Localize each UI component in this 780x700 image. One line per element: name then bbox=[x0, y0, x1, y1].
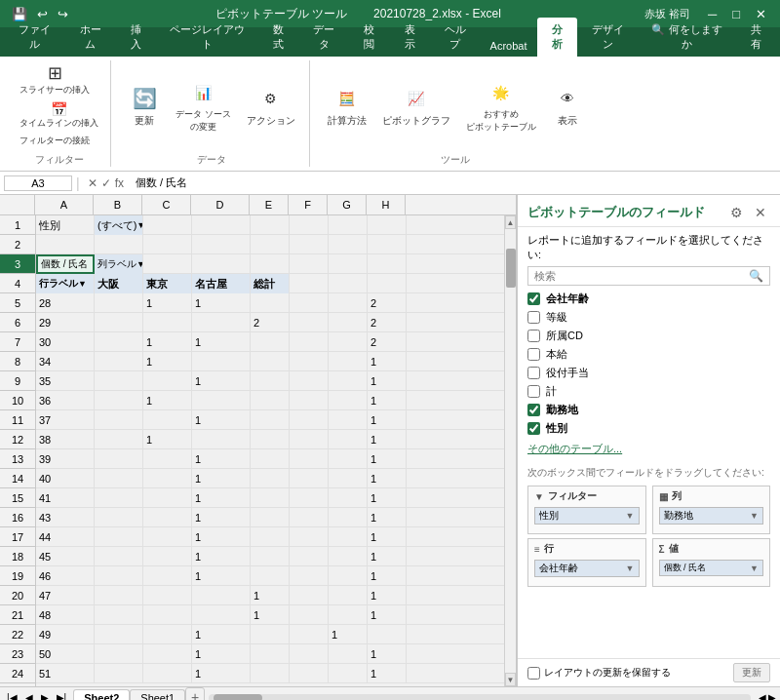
cell-g1[interactable] bbox=[329, 215, 368, 235]
defer-layout-label[interactable]: レイアウトの更新を保留する bbox=[527, 666, 671, 680]
cell-b18[interactable] bbox=[95, 547, 143, 566]
cell-h5[interactable]: 2 bbox=[368, 293, 407, 313]
cell-a7[interactable]: 30 bbox=[36, 332, 95, 352]
cell-c18[interactable] bbox=[143, 547, 192, 566]
cell-a11[interactable]: 37 bbox=[36, 410, 95, 430]
cell-e7[interactable] bbox=[251, 332, 290, 352]
pivot-field-total-checkbox[interactable] bbox=[527, 385, 540, 398]
cell-h13[interactable]: 1 bbox=[368, 449, 407, 469]
cell-g13[interactable] bbox=[329, 449, 368, 469]
cell-a16[interactable]: 43 bbox=[36, 508, 95, 527]
row-header-9[interactable]: 9 bbox=[0, 371, 35, 391]
cell-b8[interactable] bbox=[95, 352, 143, 371]
cell-h2[interactable] bbox=[368, 235, 407, 254]
filter-item-dropdown-icon[interactable]: ▼ bbox=[626, 511, 635, 521]
cell-c8[interactable]: 1 bbox=[143, 352, 192, 371]
cell-d3[interactable] bbox=[192, 254, 251, 274]
defer-layout-checkbox[interactable] bbox=[527, 667, 540, 680]
cell-d19[interactable]: 1 bbox=[192, 566, 251, 586]
col-header-d[interactable]: D bbox=[191, 195, 250, 214]
cell-b22[interactable] bbox=[95, 625, 143, 644]
cell-g6[interactable] bbox=[329, 313, 368, 332]
cell-b7[interactable] bbox=[95, 332, 143, 352]
cell-e19[interactable] bbox=[251, 566, 290, 586]
insert-slicer-button[interactable]: ⊞ スライサーの挿入 bbox=[16, 60, 94, 98]
col-header-f[interactable]: F bbox=[289, 195, 328, 214]
cell-f7[interactable] bbox=[290, 332, 329, 352]
cell-b2[interactable] bbox=[95, 235, 143, 254]
cell-a13[interactable]: 39 bbox=[36, 449, 95, 469]
cell-a18[interactable]: 45 bbox=[36, 547, 95, 566]
cell-h17[interactable]: 1 bbox=[368, 527, 407, 547]
row-header-10[interactable]: 10 bbox=[0, 391, 35, 410]
pivot-field-gender[interactable]: 性別 bbox=[527, 419, 770, 438]
scroll-track[interactable] bbox=[505, 229, 516, 673]
cell-h1[interactable] bbox=[368, 215, 407, 235]
scroll-right-button[interactable]: ▶ bbox=[768, 692, 776, 700]
cell-g24[interactable] bbox=[329, 664, 368, 683]
row-header-17[interactable]: 17 bbox=[0, 527, 35, 547]
cell-a9[interactable]: 35 bbox=[36, 371, 95, 391]
cell-g23[interactable] bbox=[329, 644, 368, 664]
col-header-b[interactable]: B bbox=[94, 195, 142, 214]
tab-view[interactable]: 表示 bbox=[389, 18, 429, 57]
row-header-24[interactable]: 24 bbox=[0, 664, 35, 683]
cell-c16[interactable] bbox=[143, 508, 192, 527]
cell-e22[interactable] bbox=[251, 625, 290, 644]
cell-h14[interactable]: 1 bbox=[368, 469, 407, 488]
cell-a20[interactable]: 47 bbox=[36, 586, 95, 605]
cell-h6[interactable]: 2 bbox=[368, 313, 407, 332]
cell-d17[interactable]: 1 bbox=[192, 527, 251, 547]
cell-g22[interactable]: 1 bbox=[329, 625, 368, 644]
cell-e1[interactable] bbox=[251, 215, 290, 235]
tab-analyze[interactable]: 分析 bbox=[537, 18, 577, 57]
sheet-tab-sheet2[interactable]: Sheet2 bbox=[73, 689, 130, 700]
cell-b1[interactable]: (すべて) ▼ bbox=[95, 215, 143, 235]
pivot-other-tables[interactable]: その他のテーブル... bbox=[518, 438, 780, 460]
cell-b13[interactable] bbox=[95, 449, 143, 469]
tab-acrobat[interactable]: Acrobat bbox=[481, 35, 537, 57]
pivot-field-base-salary-checkbox[interactable] bbox=[527, 348, 540, 361]
cell-d4[interactable]: 名古屋 bbox=[192, 274, 251, 293]
row-header-22[interactable]: 22 bbox=[0, 625, 35, 644]
cell-g2[interactable] bbox=[329, 235, 368, 254]
name-box[interactable] bbox=[4, 175, 72, 191]
sheet-nav-first[interactable]: |◀ bbox=[4, 692, 20, 700]
cell-b12[interactable] bbox=[95, 430, 143, 449]
cell-b10[interactable] bbox=[95, 391, 143, 410]
sheet-nav-next[interactable]: ▶ bbox=[38, 692, 52, 700]
cell-c5[interactable]: 1 bbox=[143, 293, 192, 313]
cell-f9[interactable] bbox=[290, 371, 329, 391]
cell-f2[interactable] bbox=[290, 235, 329, 254]
pivot-field-base-salary[interactable]: 本給 bbox=[527, 345, 770, 364]
cell-h21[interactable]: 1 bbox=[368, 605, 407, 625]
cell-d22[interactable]: 1 bbox=[192, 625, 251, 644]
cell-h3[interactable] bbox=[368, 254, 407, 274]
function-icon[interactable]: fx bbox=[115, 176, 124, 190]
cell-g14[interactable] bbox=[329, 469, 368, 488]
cell-g19[interactable] bbox=[329, 566, 368, 586]
cell-b21[interactable] bbox=[95, 605, 143, 625]
cell-c23[interactable] bbox=[143, 644, 192, 664]
tab-page-layout[interactable]: ページレイアウト bbox=[156, 18, 258, 57]
cell-f20[interactable] bbox=[290, 586, 329, 605]
cell-d2[interactable] bbox=[192, 235, 251, 254]
cell-a10[interactable]: 36 bbox=[36, 391, 95, 410]
cell-b19[interactable] bbox=[95, 566, 143, 586]
cell-h9[interactable]: 1 bbox=[368, 371, 407, 391]
cell-a17[interactable]: 44 bbox=[36, 527, 95, 547]
cell-c1[interactable] bbox=[143, 215, 192, 235]
cell-b5[interactable] bbox=[95, 293, 143, 313]
pivot-field-grade[interactable]: 等級 bbox=[527, 308, 770, 327]
sheet-nav-last[interactable]: ▶| bbox=[54, 692, 70, 700]
cell-f1[interactable] bbox=[290, 215, 329, 235]
row-header-21[interactable]: 21 bbox=[0, 605, 35, 625]
cell-a8[interactable]: 34 bbox=[36, 352, 95, 371]
cell-g11[interactable] bbox=[329, 410, 368, 430]
cell-e4[interactable]: 総計 bbox=[251, 274, 290, 293]
cell-h12[interactable]: 1 bbox=[368, 430, 407, 449]
cell-e5[interactable] bbox=[251, 293, 290, 313]
row-header-19[interactable]: 19 bbox=[0, 566, 35, 586]
cell-a6[interactable]: 29 bbox=[36, 313, 95, 332]
cell-f24[interactable] bbox=[290, 664, 329, 683]
